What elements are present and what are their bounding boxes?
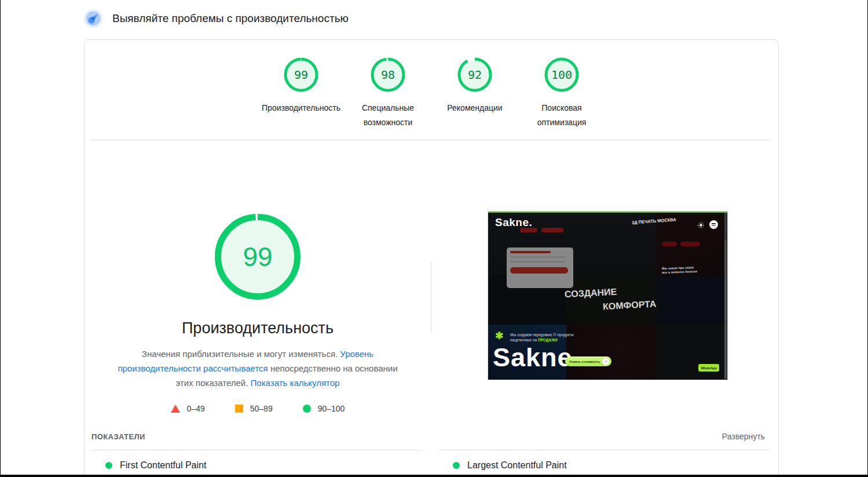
pagespeed-logo-icon (83, 9, 103, 28)
description-text: Значения приблизительные и могут изменят… (142, 349, 340, 359)
screenshot-frame-bottom (0, 475, 868, 477)
legend-item-pass: 90–100 (303, 404, 345, 413)
gauge-ring: 98 (371, 57, 405, 92)
metric-name: Largest Contentful Paint (467, 460, 567, 471)
legend-item-fail: 0–49 (171, 404, 205, 413)
screenshot-column: Sakne. 3Д ПЕЧАТЬ МОСКВА СОЗДАНИЕ КОМФОРТ… (431, 140, 778, 430)
legend-range: 90–100 (318, 404, 345, 413)
gauge-score: 92 (457, 57, 492, 92)
gauge-performance[interactable]: 99 Производительность (258, 57, 345, 130)
red-triangle-icon (171, 405, 180, 413)
hamburger-menu-icon (709, 220, 718, 229)
gauge-seo[interactable]: 100 Поисковая оптимизация (518, 57, 605, 130)
gauge-label: Специальные возможности (347, 101, 428, 130)
metrics-header: ПОКАЗАТЕЛИ Развернуть (91, 432, 765, 441)
gauge-ring: 100 (544, 57, 579, 92)
gauge-best-practices[interactable]: 92 Рекомендации (431, 57, 518, 130)
expand-all-link[interactable]: Развернуть (722, 432, 765, 441)
scrollbar-thumb (724, 213, 727, 241)
metrics-columns: First Contentful Paint Largest Contentfu… (91, 450, 770, 471)
legend-range: 0–49 (187, 404, 205, 413)
gauge-ring: 99 (284, 57, 318, 92)
cta-button: Узнать стоимость ↗ (565, 356, 611, 366)
metric-row-fcp[interactable]: First Contentful Paint (105, 460, 422, 471)
performance-big-gauge: 99 (215, 214, 301, 300)
score-legend: 0–49 50–89 90–100 (171, 404, 345, 413)
thumbnail-top-accent (488, 212, 727, 213)
legend-item-average: 50–89 (235, 404, 273, 413)
site-tagline: Мы создаем передовые IT-продукты нацелен… (510, 332, 574, 343)
show-calculator-link[interactable]: Показать калькулятор (251, 378, 340, 388)
arrow-icon: ↗ (602, 358, 609, 365)
performance-summary-column: 99 Производительность Значения приблизит… (85, 140, 431, 430)
gauge-label: Поисковая оптимизация (521, 101, 602, 130)
gauge-score: 98 (371, 57, 405, 92)
metric-name: First Contentful Paint (120, 460, 206, 471)
metrics-heading: ПОКАЗАТЕЛИ (91, 432, 145, 441)
site-logo-big: Sakne (493, 343, 573, 373)
report-card: 99 Производительность 98 Специальные воз… (84, 39, 779, 477)
whatsapp-button: WhatsApp (698, 364, 719, 372)
category-gauges-row: 99 Производительность 98 Специальные воз… (85, 57, 778, 130)
gauge-score: 100 (544, 57, 579, 92)
gauge-score: 99 (284, 57, 318, 92)
performance-title: Производительность (182, 319, 334, 337)
green-score-dot-icon (453, 462, 460, 469)
screenshot-frame-left (0, 0, 1, 477)
green-circle-icon (303, 405, 311, 413)
legend-range: 50–89 (250, 404, 273, 413)
collage-small-text: Мы знаем про знаки все и немного больше (662, 265, 699, 275)
orange-square-icon (235, 405, 243, 413)
page-header: Выявляйте проблемы с производительностью (83, 9, 349, 28)
thumbnail-scrollbar (724, 213, 727, 379)
performance-description: Значения приблизительные и могут изменят… (112, 347, 404, 390)
sun-icon (698, 222, 704, 228)
page-title: Выявляйте проблемы с производительностью (112, 12, 349, 25)
site-logo-small: Sakne. (495, 216, 532, 229)
site-screenshot-thumbnail[interactable]: Sakne. 3Д ПЕЧАТЬ МОСКВА СОЗДАНИЕ КОМФОРТ… (488, 211, 728, 380)
gauge-label: Производительность (262, 101, 340, 115)
asterisk-logo-icon: ✱ (495, 330, 503, 342)
metric-column-right: Largest Contentful Paint (438, 450, 770, 471)
gauge-ring: 92 (457, 57, 492, 92)
metric-row-lcp[interactable]: Largest Contentful Paint (453, 460, 770, 471)
gauge-accessibility[interactable]: 98 Специальные возможности (345, 57, 431, 130)
performance-section: 99 Производительность Значения приблизит… (85, 140, 778, 430)
metric-column-left: First Contentful Paint (91, 450, 422, 471)
green-score-dot-icon (105, 462, 112, 469)
performance-score: 99 (215, 214, 301, 300)
gauge-label: Рекомендации (447, 101, 502, 115)
